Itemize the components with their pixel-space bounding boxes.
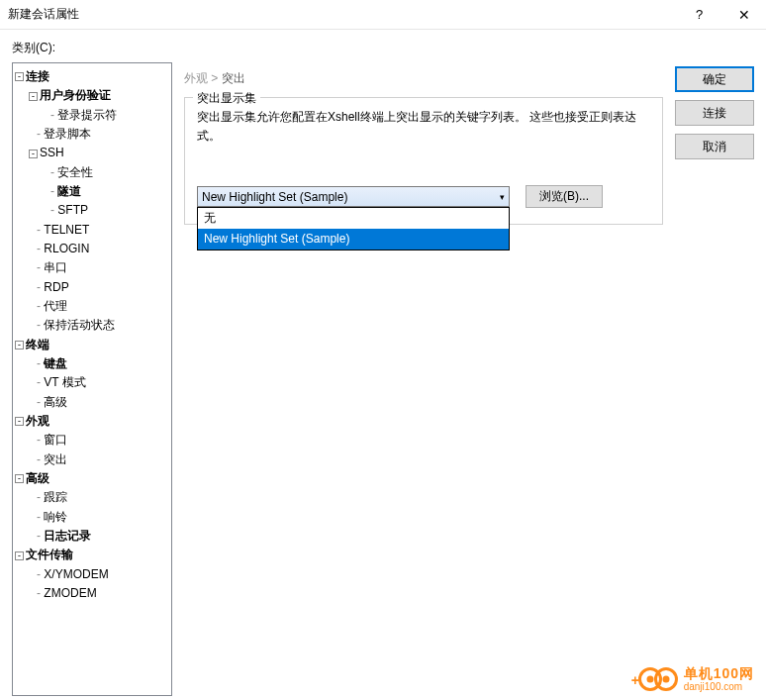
connect-button[interactable]: 连接 (675, 100, 754, 126)
tree-trace[interactable]: - 跟踪 (15, 488, 169, 507)
category-tree[interactable]: -连接 -用户身份验证 - 登录提示符 - 登录脚本 -SSH - 安全性 - … (12, 62, 172, 696)
highlight-set-fieldset: 突出显示集 突出显示集允许您配置在Xshell终端上突出显示的关键字列表。 这些… (184, 97, 663, 225)
tree-advanced[interactable]: -高级 (15, 469, 169, 488)
tree-rdp[interactable]: - RDP (15, 278, 169, 297)
combo-selected-value: New Highlight Set (Sample) (202, 190, 347, 204)
browse-button[interactable]: 浏览(B)... (526, 185, 603, 208)
tree-keyboard[interactable]: - 键盘 (15, 354, 169, 373)
tree-connection[interactable]: -连接 (15, 67, 169, 86)
tree-telnet[interactable]: - TELNET (15, 221, 169, 240)
highlight-set-combo[interactable]: New Highlight Set (Sample) ▾ 无 New Highl… (197, 186, 510, 207)
window-title: 新建会话属性 (8, 6, 677, 23)
collapse-icon[interactable]: - (15, 551, 24, 560)
watermark-title: 单机100网 (684, 666, 754, 681)
tree-filetransfer[interactable]: -文件传输 (15, 546, 169, 564)
tree-xymodem[interactable]: - X/YMODEM (15, 565, 169, 584)
logo-icon (654, 667, 678, 691)
tree-tunnel[interactable]: - 隧道 (15, 182, 169, 201)
collapse-icon[interactable]: - (15, 417, 24, 426)
tree-keepalive[interactable]: - 保持活动状态 (15, 316, 169, 335)
tree-security[interactable]: - 安全性 (15, 163, 169, 182)
category-label: 类别(C): (12, 40, 754, 56)
tree-rlogin[interactable]: - RLOGIN (15, 240, 169, 258)
tree-bell[interactable]: - 响铃 (15, 508, 169, 527)
tree-proxy[interactable]: - 代理 (15, 297, 169, 316)
collapse-icon[interactable]: - (15, 72, 24, 81)
fieldset-title: 突出显示集 (193, 90, 260, 107)
help-button[interactable]: ? (677, 0, 721, 30)
tree-ssh[interactable]: -SSH (15, 144, 169, 162)
close-button[interactable]: ✕ (721, 0, 766, 30)
cancel-button[interactable]: 取消 (675, 134, 754, 159)
collapse-icon[interactable]: - (29, 150, 38, 158)
fieldset-description: 突出显示集允许您配置在Xshell终端上突出显示的关键字列表。 这些也接受正则表… (197, 108, 650, 146)
tree-zmodem[interactable]: - ZMODEM (15, 584, 169, 603)
chevron-down-icon: ▾ (500, 192, 505, 202)
tree-terminal[interactable]: -终端 (15, 336, 169, 354)
tree-appearance[interactable]: -外观 (15, 412, 169, 431)
ok-button[interactable]: 确定 (675, 66, 754, 92)
tree-login-prompt[interactable]: - 登录提示符 (15, 106, 169, 125)
combo-option[interactable]: New Highlight Set (Sample) (198, 229, 509, 250)
tree-serial[interactable]: - 串口 (15, 258, 169, 277)
tree-vtmode[interactable]: - VT 模式 (15, 373, 169, 392)
tree-advanced-term[interactable]: - 高级 (15, 393, 169, 412)
tree-login-script[interactable]: - 登录脚本 (15, 125, 169, 144)
tree-highlight[interactable]: - 突出 (15, 450, 169, 469)
combo-dropdown-list: 无 New Highlight Set (Sample) (197, 207, 510, 250)
titlebar: 新建会话属性 ? ✕ (0, 0, 766, 30)
tree-window[interactable]: - 窗口 (15, 431, 169, 450)
tree-sftp[interactable]: - SFTP (15, 201, 169, 220)
watermark: 单机100网 danji100.com (638, 666, 754, 692)
combo-option[interactable]: 无 (198, 208, 509, 229)
breadcrumb-parent: 外观 (184, 71, 208, 85)
collapse-icon[interactable]: - (29, 92, 38, 101)
watermark-subtitle: danji100.com (684, 681, 754, 692)
collapse-icon[interactable]: - (15, 341, 24, 350)
tree-user-auth[interactable]: -用户身份验证 (15, 86, 169, 105)
breadcrumb-current: 突出 (222, 71, 245, 85)
tree-logging[interactable]: - 日志记录 (15, 527, 169, 546)
collapse-icon[interactable]: - (15, 474, 24, 483)
